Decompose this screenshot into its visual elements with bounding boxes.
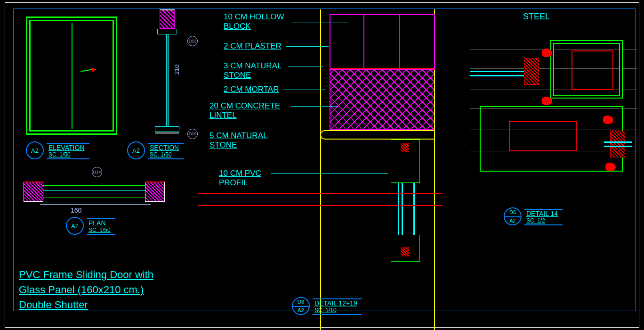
frame-head xyxy=(157,29,177,34)
detail-ref: D6 xyxy=(298,299,304,305)
plan-drawing xyxy=(24,182,165,200)
pvc-profile-outer xyxy=(550,40,623,99)
frame-sill xyxy=(155,126,179,132)
drawing-title-1: PVC Frame Sliding Door with xyxy=(19,269,153,281)
label-hollow-block: 10 CM HOLLOW BLOCK xyxy=(224,12,284,31)
elevation-drawing xyxy=(26,16,117,135)
sheet-ref: A2 xyxy=(71,223,79,230)
dimension-height: 210 xyxy=(173,65,180,75)
floor-line-a xyxy=(198,193,443,194)
tag-section: A2 SECTION SC. 1/50 xyxy=(127,141,184,159)
bubble-icon: D6 A2 xyxy=(504,207,522,225)
floor-line xyxy=(155,132,179,134)
view-name: DETAIL 12+19 xyxy=(314,300,357,307)
leader-line xyxy=(291,106,338,107)
wall-hatch xyxy=(160,9,175,29)
tag-plan: A2 PLAN SC. 1/50 xyxy=(66,217,115,235)
bubble-icon: A2 xyxy=(127,141,145,159)
wall-left xyxy=(24,182,43,202)
leader-line xyxy=(282,90,325,90)
view-scale: SC. 1/50 xyxy=(150,152,179,158)
glass-section-2 xyxy=(604,141,632,147)
view-name: DETAIL 14 xyxy=(526,210,558,217)
steel-insert xyxy=(401,143,409,152)
tag-elevation: A2 ELEVATION SC. 1/50 xyxy=(26,141,89,159)
view-name: SECTION xyxy=(150,144,179,151)
leader-line xyxy=(271,173,388,174)
stone-sill xyxy=(320,130,434,140)
label-natural-stone-3: 3 CM NATURAL STONE xyxy=(224,61,282,80)
steel-insert xyxy=(401,247,409,256)
leader-line xyxy=(275,136,320,136)
view-scale: SC. 1/10 xyxy=(314,307,357,314)
view-name: ELEVATION xyxy=(48,144,85,151)
plaster-line-left xyxy=(320,9,321,330)
door-opening xyxy=(43,185,145,198)
pvc-profile-sash xyxy=(480,106,623,172)
gasket-icon xyxy=(542,97,552,105)
gasket-icon xyxy=(542,49,552,57)
label-natural-stone-5: 5 CM NATURAL STONE xyxy=(209,131,267,149)
bubble-icon: A2 xyxy=(26,141,44,159)
leader-line xyxy=(286,46,329,47)
detail-callout-d19: D19 xyxy=(187,129,198,139)
drawing-title-2: Glass Panel (160x210 cm.) xyxy=(19,284,144,296)
gasket-icon xyxy=(603,116,613,124)
label-steel: STEEL xyxy=(523,12,550,22)
leader-line xyxy=(288,66,323,66)
label-plaster: 2 CM PLASTER xyxy=(224,41,282,51)
detail-callout-d12: D12 xyxy=(187,36,198,46)
detail-callout-d14: D14 xyxy=(92,167,102,177)
floor-line-b xyxy=(198,205,443,206)
glazing xyxy=(398,183,415,235)
label-concrete-lintel: 20 CM CONCRETE LINTEL xyxy=(209,101,280,120)
tag-detail14: D6 A2 DETAIL 14 SC. 1/2 xyxy=(504,207,563,225)
sheet-ref: A2 xyxy=(132,147,140,154)
label-pvc-profile: 10 CM PVC PROFIL xyxy=(219,169,261,187)
steel-reinforcement xyxy=(572,50,613,90)
view-name: PLAN xyxy=(89,220,111,227)
sheet-ref: A2 xyxy=(509,218,515,223)
dimension-width: 160 xyxy=(71,206,81,214)
detail-ref: D6 xyxy=(509,209,516,215)
glass-line xyxy=(166,34,169,126)
swing-arrow-icon xyxy=(80,69,95,72)
view-scale: SC. 1/50 xyxy=(48,152,85,158)
wall-right xyxy=(145,182,165,202)
label-mortar: 2 CM MORTAR xyxy=(224,85,279,94)
head-section-detail xyxy=(330,14,433,236)
pvc-head-profile xyxy=(391,140,420,183)
bubble-icon: D6 A2 xyxy=(292,297,310,315)
dim-line-width xyxy=(40,204,151,205)
detail-14-drawing xyxy=(472,26,628,196)
leader-line xyxy=(292,23,348,23)
view-scale: SC. 1/2 xyxy=(526,218,558,224)
pvc-sill-profile xyxy=(391,235,420,262)
drawing-title-3: Double Shutter xyxy=(19,299,88,311)
view-scale: SC. 1/50 xyxy=(89,227,111,233)
steel-reinforcement xyxy=(509,121,577,151)
glazing-unit xyxy=(524,58,539,85)
gasket-icon xyxy=(605,163,616,171)
bubble-icon: A2 xyxy=(66,217,84,235)
concrete-lintel xyxy=(330,70,435,130)
leader-steel xyxy=(559,21,559,50)
tag-detail12: D6 A2 DETAIL 12+19 SC. 1/10 xyxy=(292,297,362,315)
sheet-ref: A2 xyxy=(298,307,304,313)
sheet-ref: A2 xyxy=(31,147,39,154)
